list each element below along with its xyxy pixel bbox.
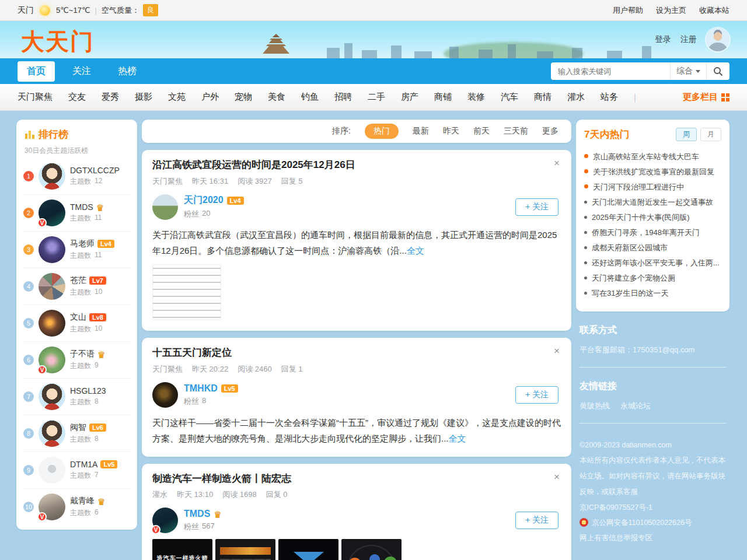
- member-name[interactable]: 文山: [70, 312, 86, 323]
- post-thumbnail-globe[interactable]: [341, 539, 402, 560]
- post-board[interactable]: 天门聚焦: [152, 364, 183, 374]
- category-link[interactable]: 摄影: [135, 92, 152, 103]
- post-thumbnail-diagram[interactable]: [215, 539, 275, 560]
- login-link[interactable]: 登录: [655, 34, 671, 45]
- member-avatar[interactable]: V: [39, 346, 65, 373]
- member-name[interactable]: HSGL123: [70, 386, 106, 396]
- tab-home[interactable]: 首页: [18, 61, 55, 82]
- category-link[interactable]: 商铺: [434, 92, 452, 103]
- member-name[interactable]: 阀智: [70, 422, 86, 433]
- category-link[interactable]: 站务: [601, 92, 618, 103]
- author-avatar[interactable]: [152, 382, 178, 408]
- category-link[interactable]: 钓鱼: [301, 92, 319, 103]
- member-name[interactable]: DTM1A: [70, 460, 97, 469]
- report-link[interactable]: 网上有害信息举报专区: [580, 530, 726, 545]
- post-board[interactable]: 灌水: [152, 489, 167, 500]
- member-name[interactable]: DGTXLCCZP: [70, 166, 120, 175]
- sort-option-yesterday[interactable]: 昨天: [443, 126, 459, 136]
- member-name[interactable]: 子不语: [70, 349, 95, 359]
- member-avatar[interactable]: V: [39, 200, 65, 226]
- member-avatar[interactable]: V: [39, 457, 65, 484]
- user-help-link[interactable]: 用户帮助: [613, 5, 643, 16]
- friend-link[interactable]: 黄陂热线: [580, 401, 610, 411]
- category-link[interactable]: 汽车: [501, 92, 518, 103]
- full-text-link[interactable]: 全文: [449, 433, 466, 443]
- register-link[interactable]: 注册: [680, 34, 697, 45]
- sort-option-threedays[interactable]: 三天前: [504, 126, 528, 136]
- member-avatar[interactable]: V: [39, 163, 65, 190]
- close-icon[interactable]: ×: [553, 158, 561, 168]
- search-input[interactable]: [551, 67, 670, 76]
- post-thumbnail-triangles[interactable]: [278, 539, 338, 560]
- ranking-row[interactable]: 4 V 苍茫 Lv7 ♛ 主题数 10: [22, 268, 131, 304]
- more-categories-button[interactable]: 更多栏目: [683, 92, 729, 103]
- icp-number[interactable]: 京ICP备09075527号-1: [580, 500, 726, 515]
- category-link[interactable]: 灌水: [567, 92, 585, 103]
- category-link[interactable]: 户外: [201, 92, 219, 103]
- member-avatar[interactable]: V: [39, 273, 65, 300]
- hot-week-button[interactable]: 周: [676, 128, 697, 141]
- ranking-row[interactable]: 1 V DGTXLCCZP ♛ 主题数 12: [22, 158, 131, 194]
- sort-option-daybefore[interactable]: 前天: [473, 126, 490, 136]
- author-name[interactable]: TMHKD: [184, 383, 218, 394]
- user-avatar[interactable]: [706, 28, 729, 51]
- member-avatar[interactable]: V: [39, 310, 65, 337]
- hot-list-item[interactable]: 写在31岁生日的这一天: [584, 286, 721, 301]
- close-icon[interactable]: ×: [553, 346, 561, 356]
- member-name[interactable]: 苍茫: [70, 275, 86, 286]
- author-name[interactable]: 天门2020: [184, 194, 224, 206]
- hot-list-item[interactable]: 天门河下段治理工程进行中: [584, 180, 721, 195]
- member-avatar[interactable]: V: [39, 383, 65, 410]
- hot-list-item[interactable]: 成都天府新区公园城市: [584, 240, 721, 256]
- friend-link[interactable]: 永城论坛: [620, 401, 651, 411]
- post-title[interactable]: 十五五天门新定位: [152, 346, 232, 360]
- set-homepage-link[interactable]: 设为主页: [656, 5, 686, 16]
- ranking-row[interactable]: 6 V 子不语 ♛ 主题数 9: [22, 341, 131, 378]
- category-link[interactable]: 二手: [368, 92, 385, 103]
- hot-list-item[interactable]: 侨胞天门寻亲，1948年离开天门: [584, 225, 721, 240]
- author-avatar[interactable]: [152, 194, 178, 220]
- author-avatar[interactable]: V: [152, 508, 178, 533]
- post-board[interactable]: 天门聚焦: [152, 176, 183, 187]
- category-link[interactable]: 美食: [268, 92, 285, 103]
- ranking-row[interactable]: 7 V HSGL123 ♛ 主题数 8: [22, 378, 131, 415]
- search-filter-dropdown[interactable]: 综合: [670, 62, 706, 80]
- search-button[interactable]: [706, 62, 729, 80]
- category-link[interactable]: 招聘: [334, 92, 352, 103]
- follow-button[interactable]: + 关注: [515, 386, 558, 404]
- sort-option-newest[interactable]: 最新: [413, 126, 429, 136]
- close-icon[interactable]: ×: [553, 472, 561, 482]
- category-link[interactable]: 爱秀: [102, 92, 119, 103]
- ranking-row[interactable]: 2 V TMDS ♛ 主题数 11: [22, 194, 131, 231]
- member-name[interactable]: TMDS: [70, 202, 93, 212]
- member-name[interactable]: 戴青峰: [70, 496, 95, 506]
- author-name[interactable]: TMDS: [184, 509, 210, 519]
- post-thumbnail-rocket[interactable]: 造汽车一样造火箭: [152, 539, 212, 560]
- member-avatar[interactable]: V: [39, 494, 65, 520]
- hot-month-button[interactable]: 月: [700, 128, 721, 141]
- hot-list-item[interactable]: 天门将建立多个宠物公厕: [584, 271, 721, 286]
- hot-list-item[interactable]: 天门北湖大道附近发生一起交通事故: [584, 195, 721, 210]
- bookmark-site-link[interactable]: 收藏本站: [699, 5, 729, 16]
- category-link[interactable]: 商情: [534, 92, 551, 103]
- hot-list-item[interactable]: 京山高铁站至火车站专线大巴车: [584, 149, 721, 164]
- category-link[interactable]: 房产: [401, 92, 418, 103]
- member-avatar[interactable]: V: [39, 236, 65, 263]
- category-link[interactable]: 宠物: [235, 92, 252, 103]
- member-avatar[interactable]: V: [39, 420, 65, 447]
- post-title[interactable]: 沿江高铁武宜段运营的时间是2025年12月26日: [152, 158, 355, 172]
- site-logo[interactable]: 大天门: [21, 26, 95, 58]
- category-link[interactable]: 天门聚焦: [18, 92, 53, 103]
- category-link[interactable]: 交友: [68, 92, 86, 103]
- follow-button[interactable]: + 关注: [515, 512, 558, 529]
- ranking-row[interactable]: 8 V 阀智 Lv6 ♛ 主题数 8: [22, 415, 131, 452]
- ranking-row[interactable]: 3 V 马老师 Lv4 ♛ 主题数 11: [22, 231, 131, 268]
- hot-list-item[interactable]: 还好这两年该小区平安无事，入住两...: [584, 256, 721, 271]
- ranking-row[interactable]: 5 V 文山 Lv8 ♛ 主题数 10: [22, 304, 131, 341]
- post-title[interactable]: 制造汽车一样制造火箭丨陆宏志: [152, 472, 291, 486]
- sort-option-more[interactable]: 更多: [542, 126, 558, 136]
- category-link[interactable]: 文苑: [168, 92, 186, 103]
- post-thumbnail-text-screenshot[interactable]: [152, 264, 221, 320]
- ranking-row[interactable]: 10 V 戴青峰 ♛ 主题数 6: [22, 488, 131, 525]
- hot-list-item[interactable]: 关于张洪线扩宽改造事宜的最新回复: [584, 164, 721, 180]
